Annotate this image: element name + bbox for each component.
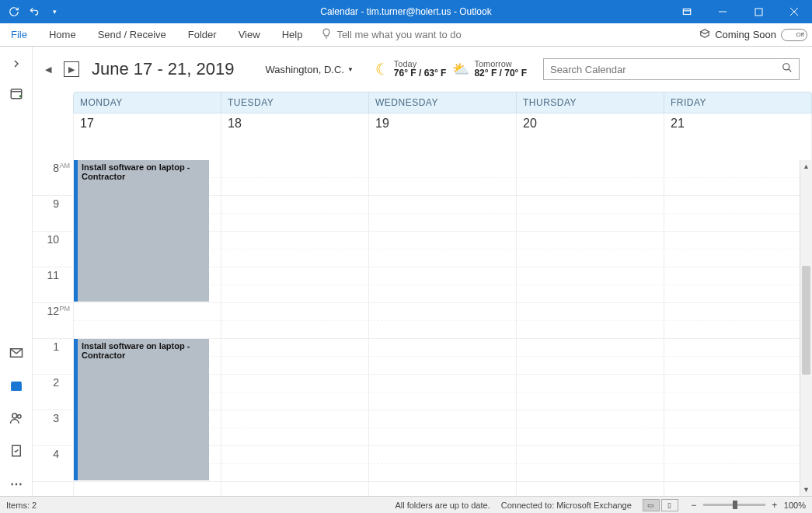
- status-items: Items: 2: [6, 501, 37, 510]
- tab-file[interactable]: File: [0, 23, 38, 46]
- svg-point-8: [12, 414, 16, 418]
- new-appointment-icon[interactable]: [5, 82, 27, 104]
- svg-rect-2: [755, 9, 762, 16]
- tab-send-receive[interactable]: Send / Receive: [87, 23, 177, 46]
- coming-soon-toggle[interactable]: Off: [781, 29, 807, 41]
- date-thu[interactable]: 20: [517, 113, 664, 160]
- coming-soon-label: Coming Soon: [715, 29, 776, 40]
- day-column[interactable]: [517, 160, 664, 496]
- today-temp: 76° F / 63° F: [394, 68, 447, 79]
- chevron-down-icon: ▼: [347, 66, 354, 73]
- tab-help[interactable]: Help: [271, 23, 314, 46]
- sync-icon[interactable]: [8, 5, 20, 18]
- undo-icon[interactable]: [28, 5, 40, 18]
- time-slot: 10: [33, 232, 73, 267]
- svg-point-9: [17, 415, 21, 419]
- day-column[interactable]: [664, 160, 812, 496]
- ribbon-display-button[interactable]: [669, 0, 705, 23]
- day-header-mon: MONDAY: [73, 92, 221, 113]
- date-fri[interactable]: 21: [664, 113, 812, 160]
- day-header-tue: TUESDAY: [221, 92, 369, 113]
- tasks-nav-icon[interactable]: [4, 438, 29, 463]
- calendar-event[interactable]: Install software on laptop - Contractor: [74, 339, 209, 480]
- time-slot: 12PM: [33, 303, 73, 339]
- search-icon[interactable]: [782, 62, 793, 76]
- zoom-level: 100%: [784, 501, 806, 510]
- vertical-scrollbar[interactable]: ▲ ▼: [800, 160, 812, 496]
- day-column[interactable]: [221, 160, 369, 496]
- minimize-button[interactable]: [705, 0, 741, 23]
- svg-rect-7: [11, 384, 22, 391]
- calendar-event[interactable]: Install software on laptop - Contractor: [74, 160, 209, 302]
- search-input[interactable]: [550, 64, 782, 75]
- date-tue[interactable]: 18: [221, 113, 369, 160]
- more-nav-icon[interactable]: ⋯: [4, 471, 29, 496]
- time-slot: 1: [33, 339, 73, 375]
- calendar-nav-icon[interactable]: [4, 373, 29, 398]
- day-header-wed: WEDNESDAY: [369, 92, 517, 113]
- search-box[interactable]: [543, 58, 800, 80]
- day-column[interactable]: [369, 160, 517, 496]
- view-reading-button[interactable]: ▯: [661, 499, 678, 511]
- lightbulb-icon: [321, 28, 332, 41]
- prev-week-button[interactable]: ◀: [40, 61, 56, 77]
- scroll-up-button[interactable]: ▲: [800, 160, 812, 173]
- tab-folder[interactable]: Folder: [177, 23, 228, 46]
- time-slot: 2: [33, 375, 73, 410]
- date-wed[interactable]: 19: [369, 113, 517, 160]
- mail-nav-icon[interactable]: [4, 340, 29, 365]
- day-header-thu: THURSDAY: [517, 92, 664, 113]
- time-slot: 4: [33, 446, 73, 482]
- time-slot: 8AM: [33, 160, 73, 196]
- time-slot: 3: [33, 410, 73, 446]
- maximize-button[interactable]: [741, 0, 776, 23]
- day-column[interactable]: Install software on laptop - ContractorI…: [73, 160, 221, 496]
- tell-me-label: Tell me what you want to do: [336, 29, 461, 40]
- location-label: Washington, D.C.: [265, 64, 343, 75]
- view-normal-button[interactable]: ▭: [643, 499, 660, 511]
- scroll-thumb[interactable]: [802, 266, 810, 375]
- status-folders: All folders are up to date.: [395, 501, 490, 510]
- date-range-label: June 17 - 21, 2019: [92, 59, 234, 79]
- tell-me-search[interactable]: Tell me what you want to do: [321, 28, 461, 41]
- zoom-out-button[interactable]: −: [689, 500, 699, 511]
- svg-rect-0: [683, 9, 690, 15]
- expand-nav-icon[interactable]: [5, 53, 27, 75]
- date-mon[interactable]: 17: [73, 113, 221, 160]
- zoom-in-button[interactable]: +: [770, 500, 779, 511]
- status-connected: Connected to: Microsoft Exchange: [501, 501, 632, 510]
- tomorrow-temp: 82° F / 70° F: [474, 68, 527, 79]
- tab-view[interactable]: View: [228, 23, 271, 46]
- box-icon: [699, 28, 710, 41]
- time-slot: 11: [33, 267, 73, 303]
- zoom-slider[interactable]: [703, 504, 765, 506]
- day-header-fri: FRIDAY: [664, 92, 812, 113]
- location-selector[interactable]: Washington, D.C. ▼: [265, 64, 353, 75]
- partly-cloudy-icon: ⛅: [452, 61, 469, 78]
- time-slot: 9: [33, 196, 73, 232]
- scroll-down-button[interactable]: ▼: [800, 483, 812, 496]
- svg-point-11: [783, 64, 789, 70]
- moon-icon: ☾: [375, 60, 389, 79]
- qat-dropdown-icon[interactable]: ▾: [48, 5, 61, 18]
- close-button[interactable]: [776, 0, 812, 23]
- next-week-button[interactable]: ▶: [64, 61, 79, 77]
- people-nav-icon[interactable]: [4, 406, 29, 431]
- tab-home[interactable]: Home: [38, 23, 87, 46]
